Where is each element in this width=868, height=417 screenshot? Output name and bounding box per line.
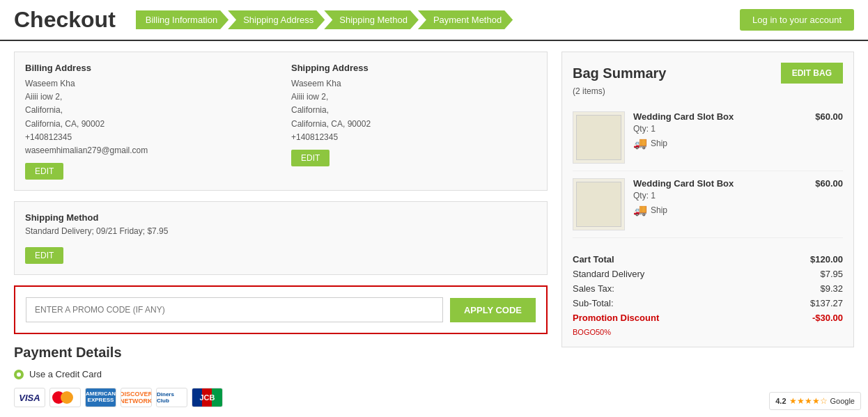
bag-item: Wedding Card Slot Box Qty: 1 🚚 Ship $60.… xyxy=(573,104,843,171)
cart-total-value: $120.00 xyxy=(810,254,843,265)
discover-icon: DISCOVERNETWORK xyxy=(121,388,152,407)
item-ship-2: 🚚 Ship xyxy=(633,203,807,217)
breadcrumb-billing[interactable]: Billing Information xyxy=(136,10,228,29)
credit-card-radio[interactable] xyxy=(14,370,24,379)
billing-name: Waseem Kha xyxy=(25,77,270,91)
jcb-icon: JCB xyxy=(192,388,223,407)
billing-address-heading: Billing Address xyxy=(25,63,270,73)
shipping-method-edit-button[interactable]: EDIT xyxy=(25,247,63,264)
billing-phone: +140812345 xyxy=(25,131,270,144)
item-name-1: Wedding Card Slot Box xyxy=(633,111,807,122)
google-rating: 4.2 xyxy=(775,397,786,405)
bag-items-count: (2 items) xyxy=(573,86,843,96)
cart-total-label: Cart Total xyxy=(573,254,614,265)
login-button[interactable]: Log in to your account xyxy=(740,9,854,31)
shipping-phone: +140812345 xyxy=(291,131,536,144)
shipping-line3: California, CA, 90002 xyxy=(291,118,536,131)
promo-discount-row: Promotion Discount -$30.00 xyxy=(573,310,843,325)
item-image-inner-2 xyxy=(576,182,621,227)
edit-bag-button[interactable]: EDIT BAG xyxy=(781,63,843,84)
bag-title: Bag Summary xyxy=(573,65,667,81)
page-title: Checkout xyxy=(14,7,116,33)
item-details-1: Wedding Card Slot Box Qty: 1 🚚 Ship xyxy=(633,111,807,150)
credit-card-option: Use a Credit Card xyxy=(14,369,548,379)
breadcrumb-shipping-method[interactable]: Shipping Method xyxy=(324,10,419,29)
payment-section: Payment Details Use a Credit Card VISA A… xyxy=(14,345,548,417)
breadcrumb: Billing Information Shipping Address Shi… xyxy=(137,10,513,29)
billing-line1: Aiiii iow 2, xyxy=(25,91,270,104)
item-image-inner-1 xyxy=(576,115,621,160)
header: Checkout Billing Information Shipping Ad… xyxy=(0,0,868,41)
subtotal-row: Sub-Total: $137.27 xyxy=(573,296,843,310)
shipping-method-section: Shipping Method Standard Delivery; 09/21… xyxy=(14,201,548,275)
tax-label: Sales Tax: xyxy=(573,283,614,294)
left-panel: Billing Address Waseem Kha Aiiii iow 2, … xyxy=(14,52,548,417)
cart-total-row: Cart Total $120.00 xyxy=(573,252,843,267)
bag-item: Wedding Card Slot Box Qty: 1 🚚 Ship $60.… xyxy=(573,171,843,238)
item-qty-1: Qty: 1 xyxy=(633,124,807,134)
bag-summary: Bag Summary EDIT BAG (2 items) Wedding C… xyxy=(561,52,854,347)
promo-discount-value: -$30.00 xyxy=(812,313,843,323)
item-name-2: Wedding Card Slot Box xyxy=(633,178,807,189)
delivery-value: $7.95 xyxy=(820,269,843,279)
diners-icon: Diners Club xyxy=(156,388,187,407)
item-image-1 xyxy=(573,111,625,164)
promo-input[interactable] xyxy=(26,297,443,322)
delivery-label: Standard Delivery xyxy=(573,269,644,279)
main-content: Billing Address Waseem Kha Aiiii iow 2, … xyxy=(0,41,868,417)
item-image-2 xyxy=(573,178,625,230)
item-qty-2: Qty: 1 xyxy=(633,191,807,200)
shipping-name: Waseem Kha xyxy=(291,77,536,91)
item-ship-1: 🚚 Ship xyxy=(633,136,807,150)
shipping-method-heading: Shipping Method xyxy=(25,212,536,223)
address-section: Billing Address Waseem Kha Aiiii iow 2, … xyxy=(14,52,548,191)
amex-icon: AMERICANEXPRESS xyxy=(85,388,116,407)
promo-discount-label: Promotion Discount xyxy=(573,313,659,323)
item-price-2: $60.00 xyxy=(815,178,843,189)
shipping-method-description: Standard Delivery; 09/21 Friday; $7.95 xyxy=(25,226,536,236)
shipping-edit-button[interactable]: EDIT xyxy=(291,150,330,166)
tax-value: $9.32 xyxy=(820,283,843,294)
item-price-1: $60.00 xyxy=(815,111,843,122)
tax-row: Sales Tax: $9.32 xyxy=(573,281,843,296)
breadcrumb-shipping-address[interactable]: Shipping Address xyxy=(228,10,325,29)
billing-address-block: Billing Address Waseem Kha Aiiii iow 2, … xyxy=(25,63,270,180)
shipping-address-block: Shipping Address Waseem Kha Aiiii iow 2,… xyxy=(291,63,536,180)
google-stars: ★★★★☆ xyxy=(789,396,828,406)
shipping-line1: Aiiii iow 2, xyxy=(291,91,536,104)
subtotal-label: Sub-Total: xyxy=(573,298,614,308)
shipping-address-heading: Shipping Address xyxy=(291,63,536,73)
credit-card-label: Use a Credit Card xyxy=(29,369,102,379)
item-details-2: Wedding Card Slot Box Qty: 1 🚚 Ship xyxy=(633,178,807,217)
truck-icon-1: 🚚 xyxy=(633,136,647,150)
shipping-line2: California, xyxy=(291,104,536,117)
visa-icon: VISA xyxy=(14,388,45,407)
apply-code-button[interactable]: APPLY CODE xyxy=(450,298,536,322)
billing-edit-button[interactable]: EDIT xyxy=(25,163,63,180)
subtotal-value: $137.27 xyxy=(810,298,843,308)
google-badge: 4.2 ★★★★☆ Google xyxy=(769,392,861,410)
item-ship-label-1: Ship xyxy=(651,139,667,148)
cart-totals: Cart Total $120.00 Standard Delivery $7.… xyxy=(573,245,843,336)
breadcrumb-payment[interactable]: Payment Method xyxy=(418,10,513,29)
card-icons: VISA AMERICANEXPRESS DISCOVERNETWORK Din… xyxy=(14,388,548,407)
delivery-row: Standard Delivery $7.95 xyxy=(573,267,843,281)
payment-heading: Payment Details xyxy=(14,345,548,361)
item-ship-label-2: Ship xyxy=(651,205,667,215)
billing-email: waseemhimalian279@gmail.com xyxy=(25,144,270,157)
promo-code-badge: BOGO50% xyxy=(573,325,843,336)
right-panel: Bag Summary EDIT BAG (2 items) Wedding C… xyxy=(561,52,854,417)
bag-header: Bag Summary EDIT BAG xyxy=(573,63,843,84)
billing-line3: California, CA, 90002 xyxy=(25,118,270,131)
billing-line2: California, xyxy=(25,104,270,117)
promo-section: APPLY CODE xyxy=(14,285,548,334)
google-label: Google xyxy=(830,397,855,405)
truck-icon-2: 🚚 xyxy=(633,203,647,217)
mastercard-icon xyxy=(49,388,81,407)
